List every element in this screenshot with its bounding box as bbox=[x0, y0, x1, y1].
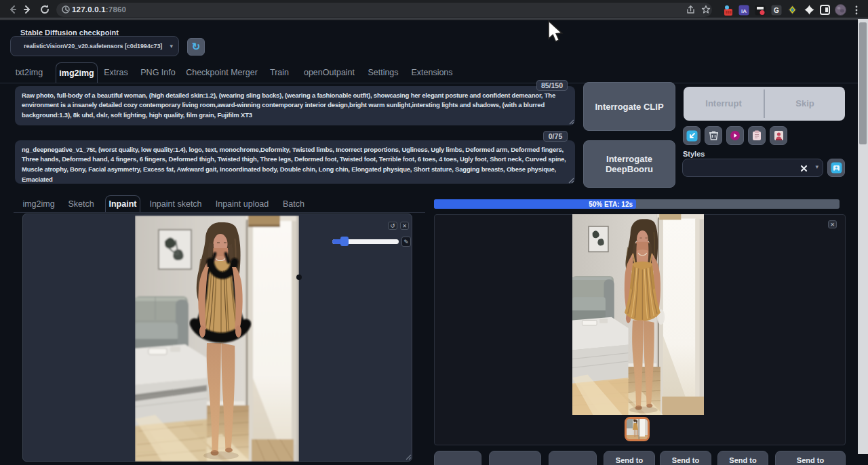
svg-text:G: G bbox=[774, 7, 779, 14]
svg-text:IA: IA bbox=[741, 8, 747, 14]
